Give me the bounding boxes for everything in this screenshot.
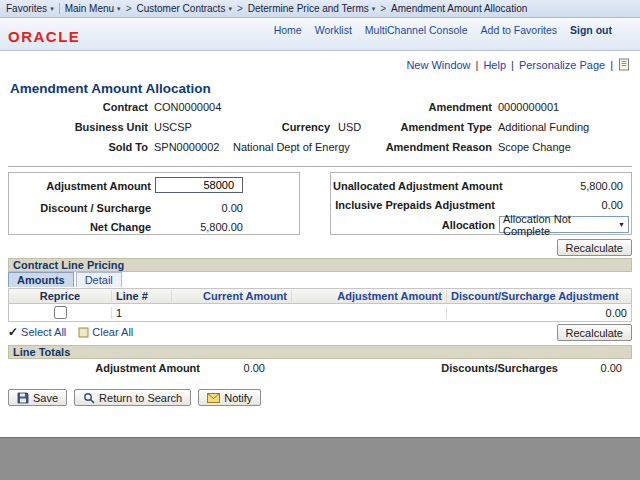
chevron-down-icon: ▾: [50, 5, 54, 12]
unallocated-adjustment-label: Unallocated Adjustment Amount: [333, 180, 495, 192]
chevron-down-icon: ▾: [117, 5, 121, 12]
column-header-adjustment-amount[interactable]: Adjustment Amount: [291, 290, 446, 302]
table-row: 1 0.00: [9, 304, 631, 321]
home-link[interactable]: Home: [274, 24, 302, 36]
save-button[interactable]: Save: [8, 389, 67, 406]
clear-box-icon: [78, 327, 89, 338]
notify-button-label: Notify: [224, 392, 252, 404]
link-separator: |: [476, 59, 479, 71]
grid-tabs: Amounts Detail: [8, 272, 124, 287]
search-icon: [83, 392, 95, 404]
amendment-value: 0000000001: [498, 101, 559, 113]
reprice-checkbox[interactable]: [54, 306, 67, 319]
check-icon: ✓: [8, 326, 18, 338]
reprice-cell: [9, 306, 111, 320]
select-all-link[interactable]: ✓ Select All: [8, 326, 66, 338]
breadcrumb-favorites-label: Favorites: [6, 3, 47, 14]
net-change-value: 5,800.00: [155, 221, 243, 233]
tab-detail[interactable]: Detail: [76, 272, 122, 287]
save-button-label: Save: [33, 392, 58, 404]
adjustment-amount-input[interactable]: [155, 177, 243, 193]
breadcrumb-determine-price-and-terms-label: Determine Price and Terms: [248, 3, 369, 14]
oracle-logo: ORACLE: [8, 28, 80, 45]
amendment-reason-value: Scope Change: [498, 141, 571, 153]
amendment-type-label: Amendment Type: [352, 121, 492, 133]
breadcrumb-customer-contracts[interactable]: Customer Contracts ▾: [136, 3, 231, 14]
select-all-label: Select All: [21, 326, 66, 338]
application-window: Favorites ▾ Main Menu ▾ > Customer Contr…: [0, 0, 640, 480]
sign-out-link[interactable]: Sign out: [570, 24, 612, 36]
business-unit-label: Business Unit: [20, 121, 148, 133]
net-change-label: Net Change: [11, 221, 151, 233]
currency-label: Currency: [262, 121, 330, 133]
new-window-link[interactable]: New Window: [406, 59, 470, 71]
contract-label: Contract: [20, 101, 148, 113]
breadcrumb-current-page: Amendment Amount Allocation: [391, 3, 527, 14]
breadcrumb-customer-contracts-label: Customer Contracts: [136, 3, 225, 14]
return-to-search-button[interactable]: Return to Search: [74, 389, 191, 406]
line-number-cell: 1: [111, 307, 171, 319]
page-action-links: New Window | Help | Personalize Page |: [406, 58, 630, 71]
breadcrumb-separator: >: [237, 3, 243, 14]
link-separator: |: [511, 59, 514, 71]
discount-surcharge-adjustment-cell: 0.00: [446, 307, 631, 319]
grid-action-links: ✓ Select All Clear All: [8, 326, 133, 338]
breadcrumb-favorites[interactable]: Favorites ▾: [6, 3, 54, 14]
column-header-current-amount[interactable]: Current Amount: [171, 290, 291, 302]
save-icon: [17, 392, 29, 404]
amendment-reason-label: Amendment Reason: [352, 141, 492, 153]
column-header-line-number: Line #: [111, 290, 171, 302]
adjustments-groupbox: Adjustment Amount Discount / Surcharge 0…: [8, 172, 300, 235]
sold-to-description: National Dept of Energy: [233, 141, 350, 153]
chevron-down-icon: ▾: [372, 5, 376, 12]
inclusive-prepaids-label: Inclusive Prepaids Adjustment: [333, 199, 495, 211]
tab-amounts[interactable]: Amounts: [8, 272, 74, 287]
allocation-groupbox: Unallocated Adjustment Amount 5,800.00 I…: [330, 172, 632, 235]
line-totals-header: Line Totals: [8, 345, 632, 359]
breadcrumb-separator: >: [380, 3, 386, 14]
total-discounts-surcharges-value: 0.00: [558, 362, 622, 374]
allocation-status-select[interactable]: Allocation Not Complete ▼: [499, 216, 629, 233]
total-adjustment-amount-value: 0.00: [203, 362, 265, 374]
horizontal-divider: [8, 166, 632, 167]
allocation-status-selected-value: Allocation Not Complete: [503, 213, 614, 237]
add-to-favorites-link[interactable]: Add to Favorites: [481, 24, 557, 36]
contract-line-pricing-header: Contract Line Pricing: [8, 258, 632, 272]
total-adjustment-amount-label: Adjustment Amount: [20, 362, 200, 374]
recalculate-button-grid[interactable]: Recalculate: [557, 324, 632, 341]
contract-value: CON0000004: [154, 101, 221, 113]
recalculate-button-top[interactable]: Recalculate: [557, 239, 632, 256]
column-header-discount-surcharge-adjustment[interactable]: Discount/Surcharge Adjustment: [446, 290, 631, 302]
discount-surcharge-label: Discount / Surcharge: [11, 202, 151, 214]
copy-url-icon[interactable]: [618, 58, 630, 71]
notify-button[interactable]: Notify: [198, 389, 261, 406]
chevron-down-icon: ▾: [228, 5, 232, 12]
personalize-page-link[interactable]: Personalize Page: [519, 59, 605, 71]
column-header-reprice: Reprice: [9, 290, 111, 302]
header-links: Home Worklist MultiChannel Console Add t…: [274, 24, 612, 36]
header-bar: ORACLE Home Worklist MultiChannel Consol…: [0, 18, 640, 51]
sold-to-label: Sold To: [20, 141, 148, 153]
multichannel-console-link[interactable]: MultiChannel Console: [365, 24, 468, 36]
return-to-search-button-label: Return to Search: [99, 392, 182, 404]
clear-all-label: Clear All: [92, 326, 133, 338]
total-discounts-surcharges-label: Discounts/Surcharges: [380, 362, 558, 374]
contract-line-pricing-grid: Reprice Line # Current Amount Adjustment…: [8, 288, 632, 322]
breadcrumb-determine-price-and-terms[interactable]: Determine Price and Terms ▾: [248, 3, 376, 14]
grid-header-row: Reprice Line # Current Amount Adjustment…: [9, 289, 631, 304]
envelope-icon: [207, 393, 220, 403]
amendment-label: Amendment: [352, 101, 492, 113]
clear-all-link[interactable]: Clear All: [78, 326, 133, 338]
breadcrumb-separator: >: [126, 3, 132, 14]
breadcrumb-divider: [59, 3, 60, 14]
business-unit-value: USCSP: [154, 121, 192, 133]
contract-line-pricing-title: Contract Line Pricing: [13, 259, 124, 271]
link-separator: |: [610, 59, 613, 71]
dropdown-arrow-icon: ▼: [618, 221, 625, 228]
worklist-link[interactable]: Worklist: [315, 24, 352, 36]
breadcrumb-main-menu[interactable]: Main Menu ▾: [65, 3, 121, 14]
discount-surcharge-value: 0.00: [155, 202, 243, 214]
help-link[interactable]: Help: [483, 59, 506, 71]
inclusive-prepaids-value: 0.00: [501, 199, 623, 211]
adjustment-amount-label: Adjustment Amount: [11, 180, 151, 192]
